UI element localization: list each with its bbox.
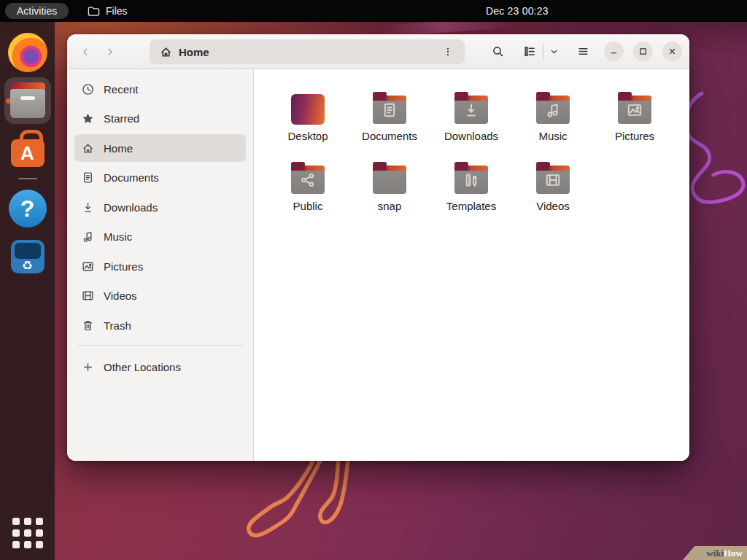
list-view-icon bbox=[524, 45, 536, 58]
file-name-label: Music bbox=[538, 130, 567, 142]
templates-emblem-icon bbox=[463, 172, 479, 188]
software-store-icon: A bbox=[11, 139, 44, 167]
sidebar: Recent Starred Home Documents Downloads … bbox=[67, 69, 254, 461]
list-view-button[interactable] bbox=[518, 40, 541, 63]
file-item-desktop[interactable]: Desktop bbox=[267, 91, 349, 160]
download-emblem-icon bbox=[463, 102, 479, 118]
activities-button[interactable]: Activities bbox=[5, 3, 69, 19]
file-item-music[interactable]: Music bbox=[512, 91, 594, 160]
hamburger-menu-icon bbox=[577, 45, 589, 58]
doc-icon bbox=[82, 171, 94, 184]
file-item-videos[interactable]: Videos bbox=[512, 161, 594, 230]
sidebar-item-label: Recent bbox=[104, 83, 139, 96]
show-apps-button[interactable] bbox=[12, 518, 43, 548]
sidebar-item-label: Home bbox=[104, 142, 133, 155]
sidebar-item-starred[interactable]: Starred bbox=[74, 105, 246, 133]
maximize-button[interactable] bbox=[633, 42, 653, 61]
download-icon bbox=[82, 201, 94, 214]
picture-emblem-icon bbox=[627, 102, 643, 118]
kebab-menu-icon bbox=[443, 47, 453, 57]
search-icon bbox=[492, 45, 504, 58]
view-separator bbox=[543, 44, 543, 60]
home-icon bbox=[82, 142, 94, 155]
maximize-icon bbox=[638, 47, 648, 56]
back-chevron-icon bbox=[80, 47, 90, 57]
sidebar-item-trash[interactable]: Trash bbox=[74, 311, 246, 339]
clock-menu[interactable]: Dec 23 00:23 bbox=[486, 5, 549, 17]
sidebar-divider bbox=[77, 345, 243, 346]
file-name-label: Documents bbox=[362, 130, 417, 142]
file-name-label: Desktop bbox=[287, 130, 328, 142]
trash-icon bbox=[82, 319, 94, 332]
dock-item-files[interactable] bbox=[4, 77, 51, 124]
watermark-text-wiki: wiki bbox=[706, 548, 724, 559]
sidebar-item-label: Other Locations bbox=[104, 361, 181, 373]
sidebar-item-pictures[interactable]: Pictures bbox=[74, 252, 246, 280]
main-menu-button[interactable] bbox=[571, 40, 595, 63]
sidebar-item-label: Videos bbox=[104, 289, 137, 302]
folder-strip bbox=[618, 96, 651, 101]
picture-icon bbox=[82, 260, 94, 273]
sidebar-item-downloads[interactable]: Downloads bbox=[74, 193, 246, 221]
folder-strip bbox=[373, 96, 406, 101]
sidebar-item-other-locations[interactable]: Other Locations bbox=[74, 353, 246, 381]
star-icon bbox=[82, 112, 94, 125]
close-icon bbox=[667, 47, 677, 56]
sidebar-item-home[interactable]: Home bbox=[74, 134, 246, 162]
sidebar-item-label: Pictures bbox=[104, 260, 143, 273]
dock-item-trash[interactable] bbox=[4, 233, 51, 280]
folder-strip bbox=[536, 96, 570, 101]
dock-item-help[interactable]: ? bbox=[4, 185, 51, 232]
dock-separator bbox=[18, 178, 37, 179]
file-manager-icon bbox=[10, 88, 45, 118]
minimize-icon bbox=[609, 47, 619, 56]
folder-strip bbox=[454, 96, 488, 101]
app-menu-files[interactable]: Files bbox=[88, 5, 128, 17]
top-bar: Activities Files Dec 23 00:23 bbox=[0, 0, 747, 22]
sidebar-item-recent[interactable]: Recent bbox=[74, 75, 246, 103]
clock-icon bbox=[82, 83, 94, 96]
file-item-templates[interactable]: Templates bbox=[430, 161, 512, 230]
dock-item-software[interactable]: A bbox=[4, 125, 51, 172]
folder-strip bbox=[454, 166, 488, 171]
view-options-button[interactable] bbox=[545, 40, 562, 63]
sidebar-item-label: Starred bbox=[104, 112, 139, 125]
sidebar-item-label: Music bbox=[104, 230, 132, 243]
sidebar-item-label: Downloads bbox=[104, 201, 158, 214]
file-name-label: snap bbox=[378, 200, 402, 212]
film-icon bbox=[82, 289, 94, 302]
view-toggle-group bbox=[518, 40, 562, 63]
file-name-label: Public bbox=[293, 200, 323, 212]
folder-strip bbox=[373, 166, 406, 171]
back-button[interactable] bbox=[73, 39, 98, 64]
current-location-label: Home bbox=[179, 46, 209, 58]
file-name-label: Downloads bbox=[444, 130, 498, 142]
file-view[interactable]: Desktop Documents Downloads Music Pictur… bbox=[254, 69, 689, 461]
file-item-snap[interactable]: snap bbox=[349, 161, 430, 230]
dock: A ? bbox=[0, 22, 55, 560]
file-item-pictures[interactable]: Pictures bbox=[594, 91, 676, 160]
plus-icon bbox=[82, 361, 94, 373]
location-options-button[interactable] bbox=[438, 42, 457, 61]
sidebar-item-documents[interactable]: Documents bbox=[74, 164, 246, 192]
path-bar[interactable]: Home bbox=[150, 39, 465, 64]
search-button[interactable] bbox=[486, 40, 509, 63]
chevron-down-icon bbox=[549, 47, 559, 56]
music-icon bbox=[82, 230, 94, 243]
sidebar-item-music[interactable]: Music bbox=[74, 223, 246, 251]
dock-item-firefox[interactable] bbox=[4, 29, 51, 76]
header-bar[interactable]: Home bbox=[67, 34, 689, 69]
forward-button[interactable] bbox=[98, 39, 123, 64]
trash-bin-icon bbox=[11, 240, 44, 273]
file-item-documents[interactable]: Documents bbox=[349, 91, 430, 160]
help-question-icon: ? bbox=[9, 190, 47, 228]
minimize-button[interactable] bbox=[604, 42, 624, 61]
sidebar-item-videos[interactable]: Videos bbox=[74, 282, 246, 310]
watermark-text-how: How bbox=[724, 548, 743, 559]
share-emblem-icon bbox=[300, 172, 316, 188]
file-name-label: Templates bbox=[446, 200, 496, 212]
close-button[interactable] bbox=[662, 42, 682, 61]
app-menu-label: Files bbox=[106, 5, 128, 17]
file-item-public[interactable]: Public bbox=[267, 161, 349, 230]
file-item-downloads[interactable]: Downloads bbox=[430, 91, 512, 160]
